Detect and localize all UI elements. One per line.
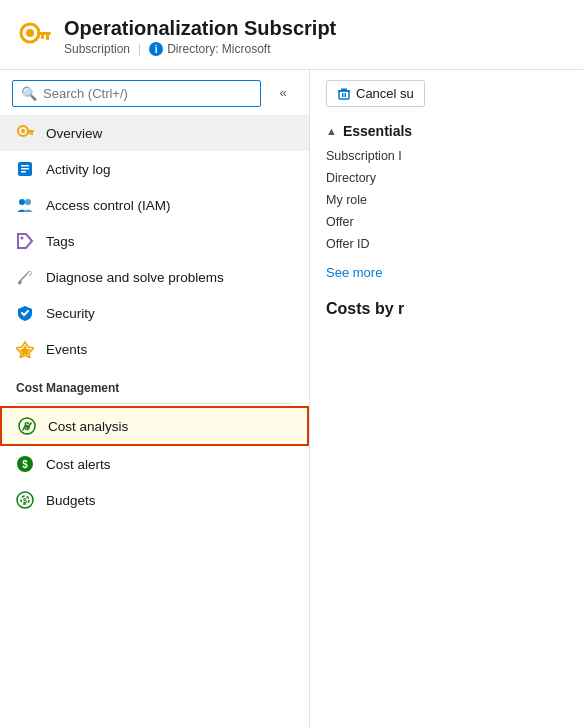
sidebar-item-iam[interactable]: Access control (IAM)	[0, 187, 309, 223]
budgets-icon: $	[16, 491, 34, 509]
search-row: 🔍 «	[0, 70, 309, 115]
page-title: Operationalization Subscript	[64, 17, 336, 40]
sidebar-item-overview[interactable]: Overview	[0, 115, 309, 151]
collapse-icon: «	[279, 85, 286, 100]
essentials-row-offer-id: Offer ID	[326, 233, 567, 255]
essentials-label-subscription-id: Subscription I	[326, 149, 456, 163]
main-content: 🔍 « Overview	[0, 70, 583, 727]
cancel-subscription-button[interactable]: Cancel su	[326, 80, 425, 107]
sidebar-item-budgets[interactable]: $ Budgets	[0, 482, 309, 518]
svg-rect-7	[27, 130, 34, 132]
cost-alerts-icon: $	[16, 455, 34, 473]
sidebar: 🔍 « Overview	[0, 70, 310, 727]
svg-rect-31	[341, 88, 347, 90]
budgets-label: Budgets	[46, 493, 96, 508]
nav-list: Overview Activity log	[0, 115, 309, 727]
sidebar-item-diagnose[interactable]: Diagnose and solve problems	[0, 259, 309, 295]
right-panel: Cancel su ▲ Essentials Subscription I Di…	[310, 70, 583, 727]
svg-rect-12	[21, 168, 29, 170]
activity-log-icon	[16, 160, 34, 178]
essentials-table: Subscription I Directory My role Offer O…	[326, 145, 567, 255]
see-more-link[interactable]: See more	[326, 265, 567, 280]
svg-rect-28	[342, 93, 344, 97]
svg-text:$: $	[22, 459, 28, 470]
search-input[interactable]	[43, 86, 252, 101]
essentials-row-role: My role	[326, 189, 567, 211]
header-subtitle: Subscription | i Directory: Microsoft	[64, 42, 336, 56]
activity-log-label: Activity log	[46, 162, 111, 177]
essentials-title: Essentials	[343, 123, 412, 139]
essentials-label-offer-id: Offer ID	[326, 237, 456, 251]
info-icon: i	[149, 42, 163, 56]
iam-icon	[16, 196, 34, 214]
directory-info: i Directory: Microsoft	[149, 42, 270, 56]
essentials-label-role: My role	[326, 193, 456, 207]
section-divider	[16, 403, 293, 404]
svg-text:$: $	[23, 497, 27, 505]
overview-label: Overview	[46, 126, 102, 141]
svg-rect-9	[29, 132, 31, 135]
subscription-label: Subscription	[64, 42, 130, 56]
security-label: Security	[46, 306, 95, 321]
wrench-icon	[16, 268, 34, 286]
essentials-row-directory: Directory	[326, 167, 567, 189]
costs-section-title: Costs by r	[326, 292, 567, 322]
essentials-chevron-icon: ▲	[326, 125, 337, 137]
security-icon	[16, 304, 34, 322]
tag-icon	[16, 232, 34, 250]
tags-label: Tags	[46, 234, 75, 249]
essentials-label-directory: Directory	[326, 171, 456, 185]
directory-label: Directory: Microsoft	[167, 42, 270, 56]
essentials-label-offer: Offer	[326, 215, 456, 229]
svg-rect-30	[338, 90, 350, 92]
events-icon	[16, 340, 34, 358]
svg-point-16	[21, 237, 24, 240]
cost-analysis-icon: $	[18, 417, 36, 435]
svg-rect-17	[18, 280, 23, 285]
collapse-sidebar-button[interactable]: «	[269, 79, 297, 107]
essentials-header[interactable]: ▲ Essentials	[326, 115, 567, 145]
svg-rect-27	[339, 91, 349, 99]
svg-rect-3	[46, 35, 49, 40]
svg-rect-13	[21, 171, 26, 173]
svg-point-1	[26, 29, 34, 37]
toolbar: Cancel su	[326, 70, 567, 115]
svg-rect-29	[345, 93, 347, 97]
sidebar-item-tags[interactable]: Tags	[0, 223, 309, 259]
page-header: Operationalization Subscript Subscriptio…	[0, 0, 583, 70]
cost-management-section-header: Cost Management	[0, 367, 309, 401]
svg-rect-11	[21, 165, 29, 167]
cancel-subscription-label: Cancel su	[356, 86, 414, 101]
search-icon: 🔍	[21, 86, 37, 101]
sidebar-item-cost-alerts[interactable]: $ Cost alerts	[0, 446, 309, 482]
sidebar-item-security[interactable]: Security	[0, 295, 309, 331]
cost-alerts-label: Cost alerts	[46, 457, 111, 472]
separator: |	[138, 42, 141, 56]
events-label: Events	[46, 342, 87, 357]
sidebar-item-events[interactable]: Events	[0, 331, 309, 367]
svg-rect-8	[31, 132, 33, 135]
svg-point-15	[25, 199, 31, 205]
svg-rect-2	[37, 32, 51, 35]
subscription-icon	[16, 19, 52, 55]
cost-analysis-label: Cost analysis	[48, 419, 128, 434]
svg-point-14	[19, 199, 25, 205]
essentials-row-subscription-id: Subscription I	[326, 145, 567, 167]
key-icon	[16, 124, 34, 142]
search-bar[interactable]: 🔍	[12, 80, 261, 107]
sidebar-item-activity-log[interactable]: Activity log	[0, 151, 309, 187]
trash-icon	[337, 87, 351, 101]
sidebar-item-cost-analysis[interactable]: $ Cost analysis	[0, 406, 309, 446]
header-text-group: Operationalization Subscript Subscriptio…	[64, 17, 336, 56]
diagnose-label: Diagnose and solve problems	[46, 270, 224, 285]
svg-point-6	[21, 129, 25, 133]
iam-label: Access control (IAM)	[46, 198, 171, 213]
svg-rect-4	[41, 35, 44, 39]
essentials-row-offer: Offer	[326, 211, 567, 233]
